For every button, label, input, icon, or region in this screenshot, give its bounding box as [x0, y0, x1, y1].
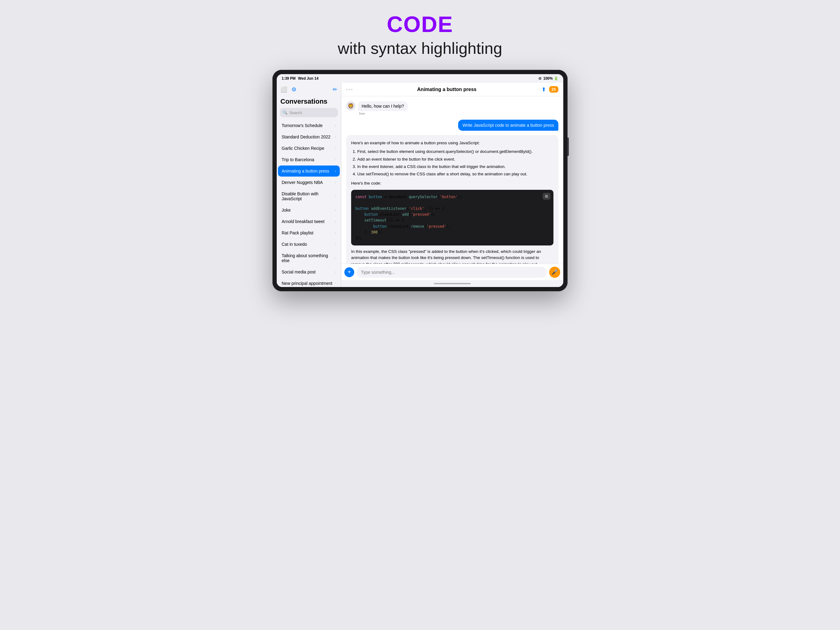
bot-greeting-bubble: Hello, how can I help?: [358, 101, 408, 111]
credits-badge: 25: [549, 86, 558, 93]
home-bar-indicator: [434, 283, 471, 284]
conversation-item-6[interactable]: Disable Button with JavaScript ›: [278, 188, 340, 204]
bot-message-content: Hello, how can I help? free: [358, 101, 408, 116]
conversation-item-10[interactable]: Cat in tuxedo ›: [278, 239, 340, 250]
conv-label-12: Social media post: [282, 269, 316, 274]
conv-chevron-6: ›: [335, 194, 336, 198]
conv-chevron-0: ›: [335, 123, 336, 128]
conversation-item-12[interactable]: Social media post ›: [278, 266, 340, 277]
conv-label-7: Joke: [282, 207, 291, 212]
conv-label-11: Talking about something else: [282, 253, 335, 263]
gear-icon[interactable]: ⚙: [292, 86, 297, 93]
conv-chevron-7: ›: [335, 208, 336, 212]
conv-chevron-9: ›: [335, 231, 336, 235]
conv-label-5: Denver Nuggets NBA: [282, 180, 323, 185]
ipad-screen: 1:39 PM Wed Jun 14 ⊙ 100% 🔋 ⬜ ⚙ ✏: [277, 74, 563, 287]
status-time: 1:39 PM: [282, 76, 295, 81]
step-2: Add an event listener to the button for …: [357, 156, 553, 162]
mic-button[interactable]: 🎤: [549, 267, 560, 278]
conversation-item-1[interactable]: Standard Deduction 2022 ›: [278, 131, 340, 142]
chat-area: Animating a button press ⬆ 25 🦁 Hello, h…: [341, 83, 563, 287]
conv-label-4: Animating a button press: [282, 169, 329, 174]
copy-button[interactable]: ⧉: [543, 193, 550, 199]
conv-chevron-3: ›: [335, 157, 336, 162]
add-button[interactable]: +: [344, 268, 354, 277]
conv-label-8: Arnold breakfast tweet: [282, 219, 324, 224]
sidebar-toggle-icon[interactable]: ⬜: [280, 86, 287, 93]
conversation-item-3[interactable]: Trip to Barcelona ›: [278, 154, 340, 165]
conv-label-13: New principal appointment: [282, 281, 332, 286]
conv-label-9: Rat Pack playlist: [282, 230, 313, 235]
step-3: In the event listener, add a CSS class t…: [357, 164, 553, 170]
conversation-item-9[interactable]: Rat Pack playlist ›: [278, 227, 340, 238]
step-4: Use setTimeout() to remove the CSS class…: [357, 171, 553, 177]
response-outro: In this example, the CSS class "pressed"…: [351, 249, 553, 264]
conv-label-6: Disable Button with JavaScript: [282, 192, 335, 201]
sidebar: ⬜ ⚙ ✏ Conversations 🔍 Search Tomorrow's …: [277, 83, 341, 287]
search-placeholder: Search: [289, 111, 302, 115]
chat-header-right: ⬆ 25: [542, 86, 558, 93]
conversation-item-7[interactable]: Joke ›: [278, 204, 340, 216]
status-date: Wed Jun 14: [298, 76, 318, 81]
search-bar[interactable]: 🔍 Search: [280, 108, 338, 117]
conv-chevron-10: ›: [335, 242, 336, 246]
code-block-wrapper: ⧉ const button = document.querySelector(…: [351, 190, 553, 246]
chat-title: Animating a button press: [417, 87, 477, 92]
conversation-list: Tomorrow's Schedule › Standard Deduction…: [277, 120, 341, 287]
conversation-item-2[interactable]: Garlic Chicken Recipe ›: [278, 143, 340, 154]
search-icon: 🔍: [283, 111, 287, 115]
chat-messages: 🦁 Hello, how can I help? free Write Java…: [341, 96, 563, 264]
user-message-row: Write JavaScript code to animate a butto…: [346, 120, 558, 131]
conv-chevron-5: ›: [335, 180, 336, 185]
conv-label-0: Tomorrow's Schedule: [282, 123, 322, 128]
response-steps-list: First, select the button element using d…: [351, 149, 553, 177]
conv-chevron-2: ›: [335, 146, 336, 150]
ipad-frame: 1:39 PM Wed Jun 14 ⊙ 100% 🔋 ⬜ ⚙ ✏: [272, 70, 568, 291]
dot-2: [349, 89, 350, 90]
status-bar-right: ⊙ 100% 🔋: [538, 76, 558, 81]
conversation-item-13[interactable]: New principal appointment ›: [278, 278, 340, 287]
sidebar-toolbar-icons: ⬜ ⚙: [280, 86, 297, 93]
chat-header: Animating a button press ⬆ 25: [341, 83, 563, 96]
home-bar: [341, 280, 563, 287]
status-bar: 1:39 PM Wed Jun 14 ⊙ 100% 🔋: [277, 74, 563, 83]
dot-3: [351, 89, 352, 90]
main-content: ⬜ ⚙ ✏ Conversations 🔍 Search Tomorrow's …: [277, 83, 563, 287]
conv-label-1: Standard Deduction 2022: [282, 135, 330, 139]
conv-chevron-8: ›: [335, 219, 336, 224]
status-bar-left: 1:39 PM Wed Jun 14: [282, 76, 319, 81]
conv-chevron-12: ›: [335, 270, 336, 274]
battery-icon: 100% 🔋: [543, 76, 558, 81]
step-1: First, select the button element using d…: [357, 149, 553, 155]
conv-label-3: Trip to Barcelona: [282, 157, 314, 162]
chat-input[interactable]: [357, 267, 547, 278]
conv-chevron-1: ›: [335, 135, 336, 139]
user-bubble: Write JavaScript code to animate a butto…: [458, 120, 558, 131]
wifi-icon: ⊙: [538, 76, 542, 81]
response-intro: Here's an example of how to animate a bu…: [351, 140, 553, 146]
conv-label-10: Cat in tuxedo: [282, 242, 307, 247]
sidebar-toolbar: ⬜ ⚙ ✏: [277, 83, 341, 96]
conversation-item-5[interactable]: Denver Nuggets NBA ›: [278, 177, 340, 188]
sidebar-heading: Conversations: [277, 96, 341, 108]
conv-chevron-13: ›: [335, 281, 336, 285]
ai-response-card: Here's an example of how to animate a bu…: [346, 135, 558, 264]
page-subtitle: with syntax highlighting: [338, 39, 502, 57]
conv-label-2: Garlic Chicken Recipe: [282, 146, 324, 151]
conversation-item-4[interactable]: Animating a button press ›: [278, 166, 340, 177]
conversation-item-8[interactable]: Arnold breakfast tweet ›: [278, 216, 340, 227]
ipad-side-button: [568, 138, 569, 156]
conv-chevron-11: ›: [335, 256, 336, 260]
share-icon[interactable]: ⬆: [542, 86, 546, 93]
conv-chevron-4: ›: [335, 169, 336, 173]
code-block: const button = document.querySelector('b…: [355, 194, 549, 242]
conversation-item-0[interactable]: Tomorrow's Schedule ›: [278, 120, 340, 131]
conversation-item-11[interactable]: Talking about something else ›: [278, 250, 340, 266]
bot-greeting-row: 🦁 Hello, how can I help? free: [346, 101, 558, 116]
input-bar: + 🎤: [341, 264, 563, 280]
page-title: CODE: [338, 12, 502, 36]
dot-1: [346, 89, 347, 90]
bot-free-label: free: [358, 112, 408, 116]
bot-avatar: 🦁: [346, 101, 355, 111]
new-chat-icon[interactable]: ✏: [333, 86, 337, 93]
